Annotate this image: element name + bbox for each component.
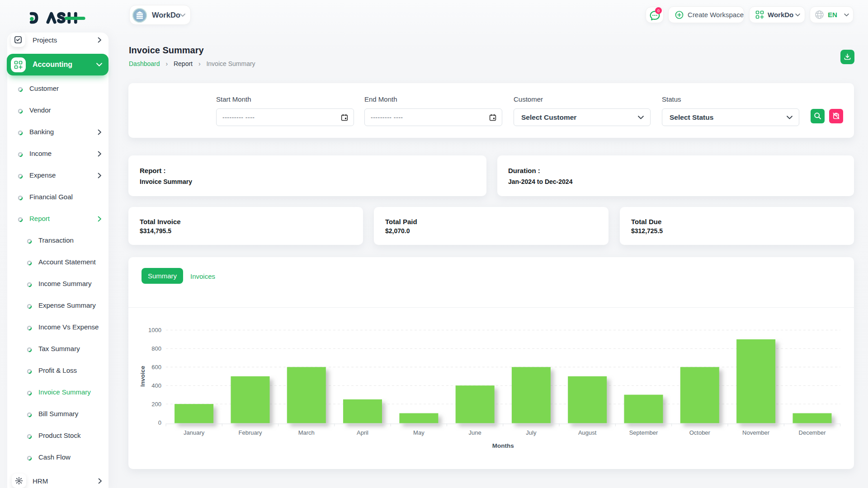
svg-text:Months: Months xyxy=(492,442,514,449)
svg-text:November: November xyxy=(742,429,770,436)
svg-text:March: March xyxy=(298,429,315,436)
svg-text:February: February xyxy=(238,429,262,436)
svg-text:August: August xyxy=(578,429,597,436)
svg-text:400: 400 xyxy=(151,382,161,389)
svg-text:600: 600 xyxy=(151,364,161,371)
svg-text:July: July xyxy=(526,429,537,436)
svg-text:Invoice: Invoice xyxy=(139,366,146,387)
svg-text:200: 200 xyxy=(151,401,161,408)
svg-text:December: December xyxy=(799,429,826,436)
svg-text:May: May xyxy=(413,429,425,436)
svg-text:800: 800 xyxy=(151,345,161,352)
svg-text:0: 0 xyxy=(158,419,161,426)
svg-text:1000: 1000 xyxy=(148,327,161,333)
svg-text:September: September xyxy=(629,429,658,436)
svg-text:June: June xyxy=(469,429,481,436)
svg-text:January: January xyxy=(184,429,205,436)
svg-text:April: April xyxy=(357,429,368,436)
svg-text:October: October xyxy=(689,429,711,436)
